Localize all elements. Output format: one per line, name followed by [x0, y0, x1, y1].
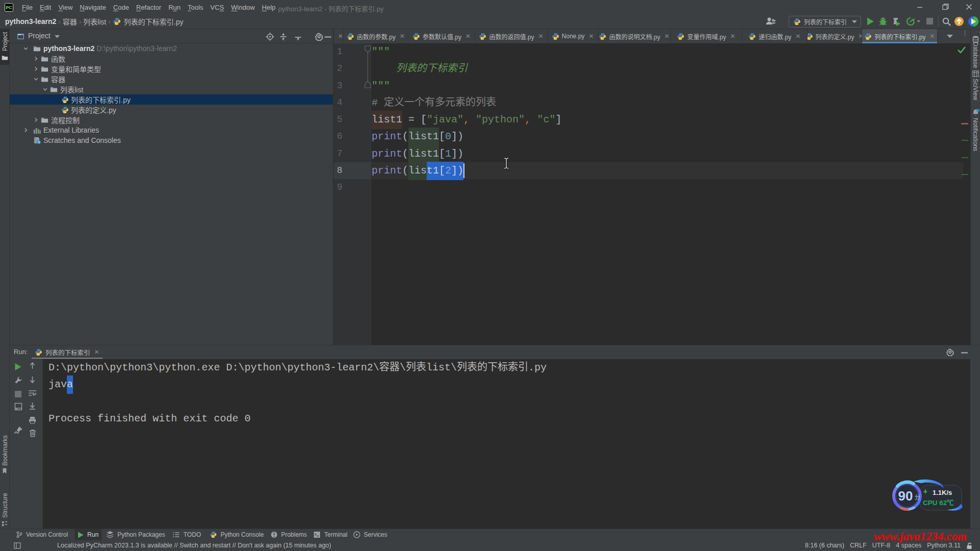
- svg-text:分: 分: [915, 493, 920, 501]
- svg-text:90: 90: [898, 488, 913, 504]
- svg-text:PC: PC: [6, 5, 12, 10]
- svg-text:CPU 62℃: CPU 62℃: [923, 499, 954, 507]
- svg-text:1.1K/s: 1.1K/s: [933, 489, 952, 496]
